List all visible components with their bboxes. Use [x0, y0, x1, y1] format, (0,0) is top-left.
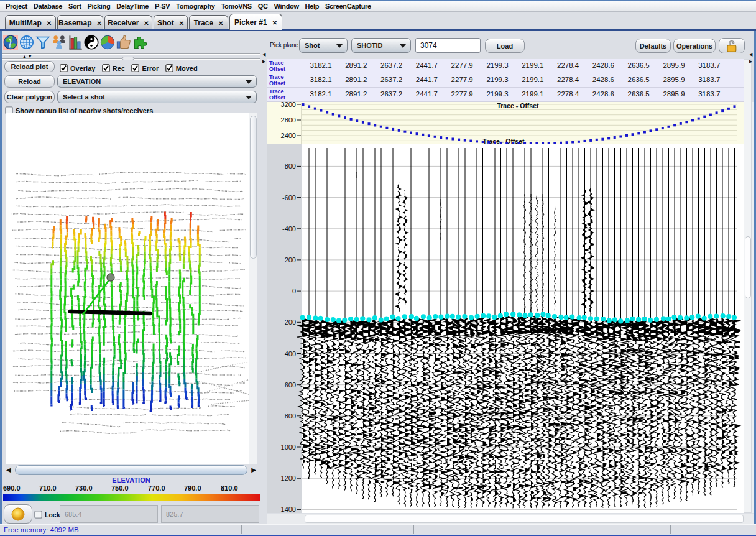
svg-text:200: 200: [285, 318, 296, 326]
svg-text:2800: 2800: [281, 116, 296, 124]
svg-text:600: 600: [285, 381, 296, 389]
svg-text:-400: -400: [282, 225, 296, 233]
svg-text:400: 400: [285, 350, 296, 358]
svg-text:3200: 3200: [281, 102, 296, 108]
svg-text:1000: 1000: [281, 443, 296, 451]
svg-text:0: 0: [292, 287, 296, 295]
svg-text:Trace - Offset: Trace - Offset: [497, 102, 539, 109]
svg-text:-600: -600: [282, 194, 296, 201]
svg-text:1400: 1400: [281, 506, 296, 513]
svg-text:2400: 2400: [281, 132, 296, 139]
svg-text:-200: -200: [282, 256, 296, 264]
svg-text:800: 800: [285, 412, 296, 420]
svg-text:-800: -800: [282, 162, 296, 170]
svg-text:1200: 1200: [281, 474, 296, 482]
